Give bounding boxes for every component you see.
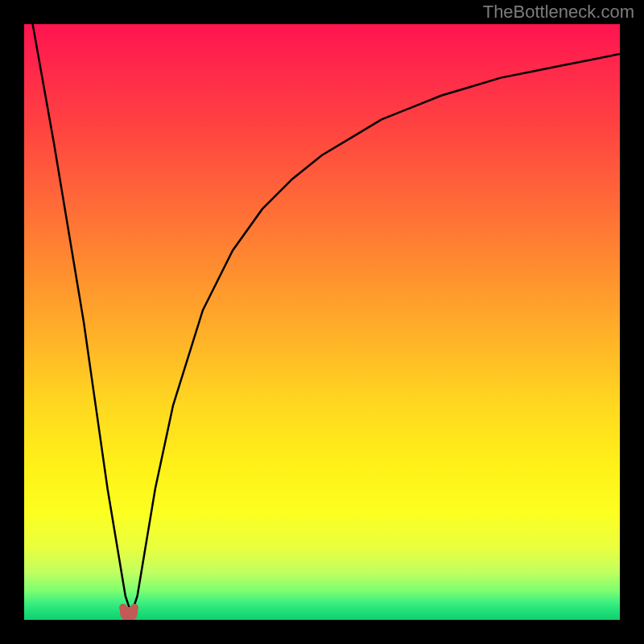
curve-svg [24,24,620,620]
bottleneck-curve-path [24,24,620,614]
minimum-marker-icon [120,607,138,620]
watermark-text: TheBottleneck.com [483,2,634,23]
bottleneck-chart: TheBottleneck.com [0,0,644,644]
plot-area [24,24,620,620]
